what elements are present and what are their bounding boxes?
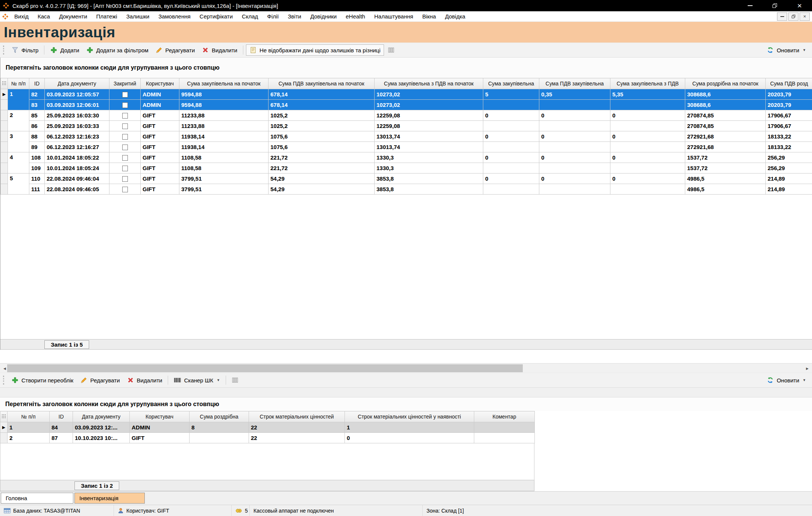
column-header[interactable]: Сума ПДВ закупівельна на початок [269, 78, 375, 89]
table-row[interactable]: 8906.12.2023 12:16:27GIFT11938,141075,61… [1, 142, 812, 152]
app-logo-icon [3, 3, 9, 9]
closed-checkbox[interactable] [122, 166, 128, 171]
cell-purchase-with-vat-sum [610, 121, 685, 131]
refresh-button[interactable]: Оновити ▼ [763, 45, 809, 55]
table-row[interactable]: 10910.01.2024 18:05:24GIFT1108,58221,721… [1, 163, 812, 174]
table-row[interactable]: 8625.09.2023 16:03:33GIFT11233,881025,21… [1, 121, 812, 131]
row-indicator: ▶ [0, 422, 8, 433]
table-row[interactable]: 28525.09.2023 16:03:30GIFT11233,881025,2… [1, 110, 812, 121]
menu-item[interactable]: Філії [263, 13, 283, 20]
menu-item[interactable]: Замовлення [154, 13, 195, 20]
column-header[interactable]: Сума роздрібна на початок [685, 78, 766, 89]
column-header[interactable]: Сума роздрібна [190, 411, 249, 422]
columns-button[interactable] [385, 45, 398, 55]
cell-user: GIFT [130, 433, 190, 443]
column-header[interactable]: Строк матеріальних цінностей у наявності [345, 411, 474, 422]
titlebar: Скарб pro v. 4.0.2.77 [ІД: 969] - [Апт №… [0, 0, 812, 11]
column-header[interactable]: ID [29, 78, 45, 89]
cell-closed [109, 100, 141, 110]
scroll-right-arrow[interactable]: ► [803, 364, 812, 373]
delete-button[interactable]: Видалити [199, 45, 240, 55]
column-header[interactable]: Дата документу [73, 411, 130, 422]
menu-item[interactable]: Довідка [440, 13, 470, 20]
menu-item[interactable]: Платежі [92, 13, 122, 20]
hide-remainders-toggle[interactable]: Не відображати дані щодо залишків та різ… [246, 44, 384, 56]
menu-item[interactable]: Звіти [283, 13, 306, 20]
edit-button[interactable]: Редагувати [152, 45, 198, 55]
minimize-button[interactable] [738, 0, 762, 11]
column-header[interactable]: Строк матеріальних цінностей [249, 411, 345, 422]
create-recount-button[interactable]: Створити переоблік [8, 375, 76, 385]
column-header[interactable]: ID [50, 411, 73, 422]
cell-vat-purchase-sum: 0 [539, 131, 610, 142]
column-header[interactable]: Дата документу [45, 78, 109, 89]
table-row[interactable]: ▶18403.09.2023 12:...ADMIN8221 [0, 422, 535, 433]
cell-id: 86 [29, 121, 45, 131]
scrollbar-thumb[interactable] [7, 364, 523, 372]
menu-item[interactable]: Залишки [122, 13, 154, 20]
column-header[interactable]: Коментар [474, 411, 535, 422]
column-header[interactable]: Сума закупівельна з ПДВ на початок [375, 78, 483, 89]
column-header[interactable]: Сума ПДВ розд [766, 78, 812, 89]
tab-inventory[interactable]: Інвентаризація [74, 493, 145, 504]
column-header[interactable]: Закритий [109, 78, 141, 89]
toolbar-separator [243, 46, 243, 55]
closed-checkbox[interactable] [122, 155, 128, 161]
closed-checkbox[interactable] [122, 102, 128, 108]
column-header[interactable]: Сума закупівельна на початок [179, 78, 269, 89]
menu-item[interactable]: Довідники [306, 13, 341, 20]
column-header[interactable]: Сума ПДВ закупівельна [539, 78, 610, 89]
cell-user: GIFT [141, 142, 179, 152]
main-grid-record-footer: Запис 1 із 5 [0, 339, 812, 350]
closed-checkbox[interactable] [122, 123, 128, 129]
edit-button[interactable]: Редагувати [77, 375, 123, 385]
delete-button[interactable]: Видалити [124, 375, 165, 385]
mdi-minimize-button[interactable] [777, 12, 787, 21]
refresh-button[interactable]: Оновити ▼ [763, 375, 809, 385]
closed-checkbox[interactable] [122, 176, 128, 182]
menu-item[interactable]: Сертифікати [195, 13, 237, 20]
table-row[interactable]: 410810.01.2024 18:05:22GIFT1108,58221,72… [1, 152, 812, 163]
cell-id: 83 [29, 100, 45, 110]
closed-checkbox[interactable] [122, 187, 128, 192]
table-row[interactable]: 38806.12.2023 12:16:23GIFT11938,141075,6… [1, 131, 812, 142]
column-header[interactable]: № п/п [8, 411, 50, 422]
table-row[interactable]: 8303.09.2023 12:06:01ADMIN9594,88678,141… [1, 100, 812, 110]
column-header[interactable]: № п/п [8, 78, 29, 89]
closed-checkbox[interactable] [122, 145, 128, 150]
filter-button[interactable]: Фільтр [8, 45, 41, 55]
cell-purchase-with-vat-sum: 0 [610, 110, 685, 121]
mdi-close-button[interactable]: × [800, 12, 810, 21]
add-button[interactable]: Додати [47, 45, 82, 55]
table-row[interactable]: 11122.08.2024 09:46:05GIFT3799,5154,2938… [1, 184, 812, 195]
menu-item[interactable]: Склад [237, 13, 263, 20]
status-text: Кассовый аппарат не подключен [253, 508, 334, 514]
closed-checkbox[interactable] [122, 134, 128, 140]
close-button[interactable]: × [787, 0, 812, 11]
barcode-scanner-button[interactable]: Сканер ШК▼ [171, 376, 223, 385]
tab-main[interactable]: Головна [1, 493, 73, 504]
menu-item[interactable]: Вікна [418, 13, 441, 20]
column-header[interactable]: Користувач [141, 78, 179, 89]
column-header[interactable]: Сума закупівельна з ПДВ [610, 78, 685, 89]
menu-item[interactable]: eHealth [341, 13, 370, 20]
mdi-restore-button[interactable] [788, 12, 798, 21]
column-header[interactable]: Користувач [130, 411, 190, 422]
menu-item[interactable]: Вихід [10, 13, 33, 20]
column-header[interactable]: Сума закупівельна [483, 78, 539, 89]
table-row[interactable]: 511022.08.2024 09:46:04GIFT3799,5154,293… [1, 174, 812, 184]
cell-vat-purchase-sum: 0,35 [539, 89, 610, 100]
menu-item[interactable]: Налаштування [370, 13, 418, 20]
restore-button[interactable] [762, 0, 787, 11]
table-row[interactable]: ▶18203.09.2023 12:05:57ADMIN9594,88678,1… [1, 89, 812, 100]
closed-checkbox[interactable] [122, 113, 128, 119]
cell-retail-start: 1537,72 [685, 163, 766, 174]
toolbar-separator [44, 46, 44, 55]
columns-button[interactable] [229, 375, 241, 385]
add-by-filter-button[interactable]: Додати за фільтром [83, 45, 152, 55]
menu-item[interactable]: Документи [55, 13, 92, 20]
menu-item[interactable]: Каса [33, 13, 55, 20]
closed-checkbox[interactable] [122, 92, 128, 97]
table-row[interactable]: 28710.10.2023 10:...GIFT220 [0, 433, 535, 443]
cell-purchase-with-vat-sum [610, 100, 685, 110]
